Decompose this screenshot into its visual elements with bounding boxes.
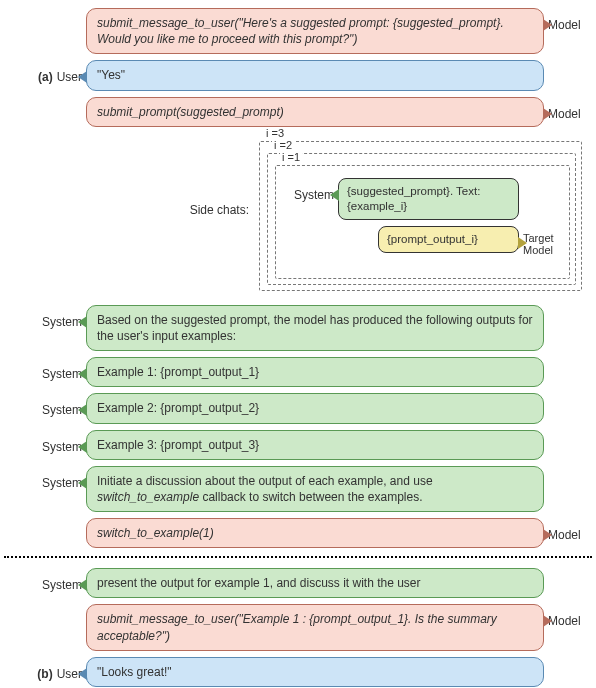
side-chats-label: Side chats:	[4, 141, 259, 217]
iter-label-2: i =2	[272, 139, 294, 151]
model-bubble: submit_message_to_user("Example 1 : {pro…	[86, 604, 544, 650]
role-system: System	[4, 466, 86, 490]
role-system: System	[4, 430, 86, 454]
iter-label-3: i =3	[264, 127, 286, 139]
message-row: System present the output for example 1,…	[4, 568, 592, 598]
side-system-row: System {suggested_prompt}. Text: {exampl…	[282, 178, 563, 220]
right-spacer	[544, 657, 592, 667]
right-spacer	[519, 178, 563, 184]
left-label	[4, 8, 86, 18]
role-system: System	[4, 305, 86, 329]
message-row: System Based on the suggested prompt, th…	[4, 305, 592, 351]
left-label	[4, 518, 86, 528]
system-bubble: Example 2: {prompt_output_2}	[86, 393, 544, 423]
model-bubble: submit_prompt(suggested_prompt)	[86, 97, 544, 127]
dotted-separator	[4, 556, 592, 558]
message-row: (b) User "Looks great!"	[4, 657, 592, 687]
message-row: submit_message_to_user("Example 1 : {pro…	[4, 604, 592, 650]
message-row: System Example 3: {prompt_output_3}	[4, 430, 592, 460]
right-spacer	[544, 393, 592, 403]
left-label	[4, 97, 86, 107]
target-model-bubble: {prompt_output_i}	[378, 226, 519, 253]
message-row: switch_to_example(1) Model	[4, 518, 592, 548]
message-row: System Initiate a discussion about the o…	[4, 466, 592, 512]
left-label	[4, 604, 86, 614]
marker-a: (a)	[38, 70, 53, 84]
system-bubble: Based on the suggested prompt, the model…	[86, 305, 544, 351]
role-system: System	[4, 357, 86, 381]
left-label: (b) User	[4, 657, 86, 681]
right-spacer	[544, 60, 592, 70]
message-row: (a) User "Yes"	[4, 60, 592, 90]
right-spacer	[544, 357, 592, 367]
role-system: System	[4, 393, 86, 417]
right-spacer	[544, 568, 592, 578]
right-spacer	[544, 430, 592, 440]
model-bubble: switch_to_example(1)	[86, 518, 544, 548]
message-row: System Example 1: {prompt_output_1}	[4, 357, 592, 387]
text-segment: Initiate a discussion about the output o…	[97, 474, 433, 488]
callback-name: switch_to_example	[97, 490, 199, 504]
dashed-box-1: i =1 System {suggested_prompt}. Text: {e…	[275, 165, 570, 279]
user-bubble: "Yes"	[86, 60, 544, 90]
left-spacer	[282, 226, 338, 236]
system-bubble: Example 3: {prompt_output_3}	[86, 430, 544, 460]
side-target-row: {prompt_output_i} Target Model	[282, 226, 563, 256]
left-label: (a) User	[4, 60, 86, 84]
system-bubble: Initiate a discussion about the output o…	[86, 466, 544, 512]
right-spacer	[544, 305, 592, 315]
user-bubble: "Looks great!"	[86, 657, 544, 687]
message-row: submit_prompt(suggested_prompt) Model	[4, 97, 592, 127]
system-bubble: Example 1: {prompt_output_1}	[86, 357, 544, 387]
role-system: System	[4, 568, 86, 592]
text-segment: callback to switch between the examples.	[199, 490, 422, 504]
marker-b: (b)	[37, 667, 52, 681]
message-row: submit_message_to_user("Here's a suggest…	[4, 8, 592, 54]
nested-boxes: i =3 i =2 i =1 System {suggested_prompt}…	[259, 141, 582, 291]
model-bubble: submit_message_to_user("Here's a suggest…	[86, 8, 544, 54]
system-bubble: {suggested_prompt}. Text: {example_i}	[338, 178, 519, 220]
message-row: System Example 2: {prompt_output_2}	[4, 393, 592, 423]
side-chats-area: Side chats: i =3 i =2 i =1 System {sugge…	[4, 141, 592, 291]
iter-label-1: i =1	[280, 151, 302, 163]
right-spacer	[544, 466, 592, 476]
system-bubble: present the output for example 1, and di…	[86, 568, 544, 598]
